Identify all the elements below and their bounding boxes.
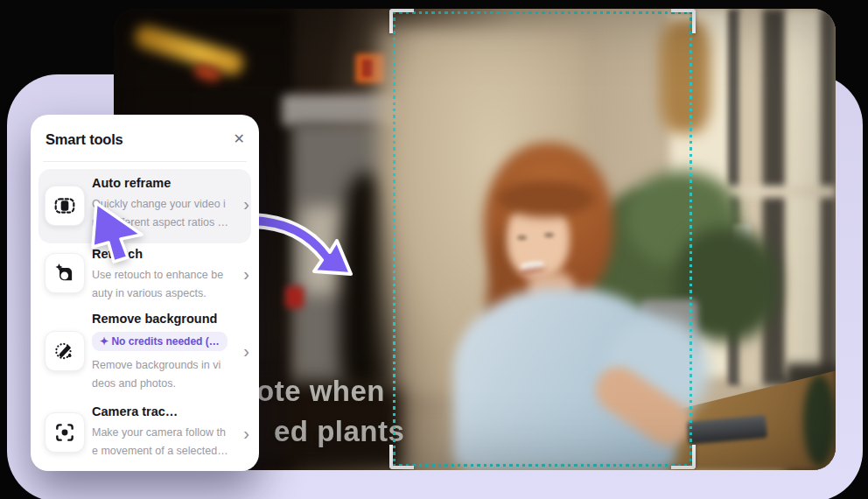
chevron-right-icon[interactable]: › [243, 265, 249, 283]
tool-title: Remove background [92, 312, 217, 326]
tool-description: Make your camera follow th e movement of… [92, 424, 251, 460]
chevron-right-icon[interactable]: › [243, 425, 249, 442]
editor-stage: ote when ed plants Smart tools ✕ [0, 0, 868, 499]
remove-background-icon [53, 340, 76, 362]
chevron-right-icon[interactable]: › [243, 195, 249, 213]
tool-title: Auto reframe [92, 176, 171, 190]
auto-reframe-icon [53, 194, 76, 217]
tool-description: Use retouch to enhance be auty in variou… [92, 266, 251, 303]
chevron-right-icon[interactable]: › [243, 342, 249, 360]
close-icon[interactable]: ✕ [232, 130, 247, 148]
divider [43, 161, 247, 162]
tool-title: Camera trac… [92, 404, 178, 418]
tutorial-arrow-icon [251, 186, 369, 287]
panel-header: Smart tools ✕ [46, 126, 247, 152]
camera-tracking-icon [53, 421, 76, 444]
no-credits-badge: ✦ No credits needed (… [92, 332, 228, 351]
cursor-pointer-icon [84, 200, 147, 268]
retouch-icon [53, 262, 76, 285]
smart-tools-panel: Smart tools ✕ Auto reframe Quickly chang… [31, 115, 259, 471]
tool-description: Remove backgrounds in vi deos and photos… [92, 356, 251, 393]
panel-title: Smart tools [46, 131, 123, 148]
